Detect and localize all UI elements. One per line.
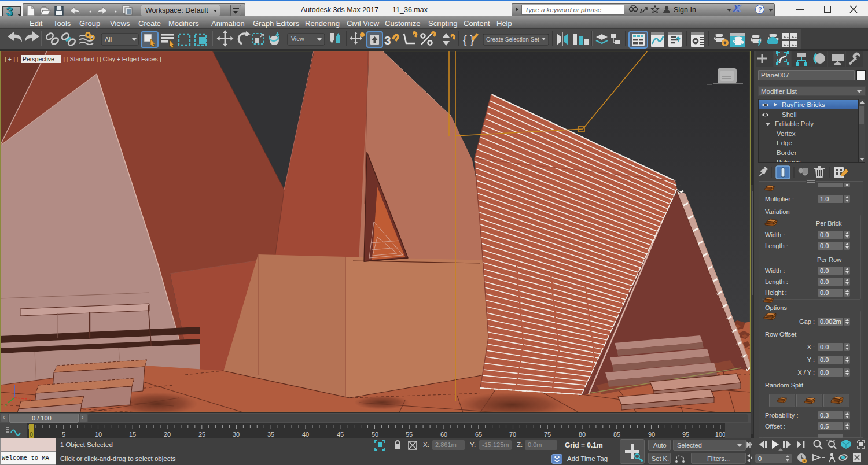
svg-text:[ + ] [: [ + ] [	[5, 56, 19, 62]
svg-text:65: 65	[475, 431, 482, 438]
svg-text:35: 35	[267, 431, 274, 438]
svg-text:25: 25	[198, 431, 205, 438]
svg-text:3: 3	[384, 34, 391, 47]
svg-text:5: 5	[62, 431, 65, 438]
svg-text:View: View	[291, 35, 304, 42]
svg-text:y: y	[5, 402, 7, 407]
svg-text:15: 15	[129, 431, 136, 438]
svg-text:55: 55	[406, 431, 413, 438]
svg-text:40: 40	[302, 431, 309, 438]
svg-text:50: 50	[372, 431, 378, 438]
svg-text:60: 60	[440, 431, 447, 438]
svg-text:70: 70	[509, 431, 516, 438]
svg-text:10: 10	[95, 431, 102, 438]
svg-text:0: 0	[30, 431, 33, 438]
svg-text:Sign In: Sign In	[674, 6, 696, 14]
svg-text:85: 85	[613, 431, 620, 438]
svg-text:] [ Standard ] [ Clay + Edged: ] [ Standard ] [ Clay + Edged Faces ]	[63, 56, 161, 62]
svg-text:Perspective: Perspective	[23, 56, 54, 62]
svg-text:30: 30	[233, 431, 240, 438]
svg-text:45: 45	[337, 431, 344, 438]
svg-text:80: 80	[579, 431, 586, 438]
svg-text:90: 90	[648, 431, 655, 438]
svg-text:95: 95	[682, 431, 689, 438]
svg-text:All: All	[105, 36, 112, 43]
svg-text:x: x	[29, 397, 31, 403]
svg-text:0: 0	[758, 455, 762, 462]
svg-text:100: 100	[715, 431, 726, 438]
svg-text:20: 20	[164, 431, 171, 438]
svg-text:75: 75	[544, 431, 551, 438]
svg-text:Create Selection Set: Create Selection Set	[486, 36, 539, 43]
